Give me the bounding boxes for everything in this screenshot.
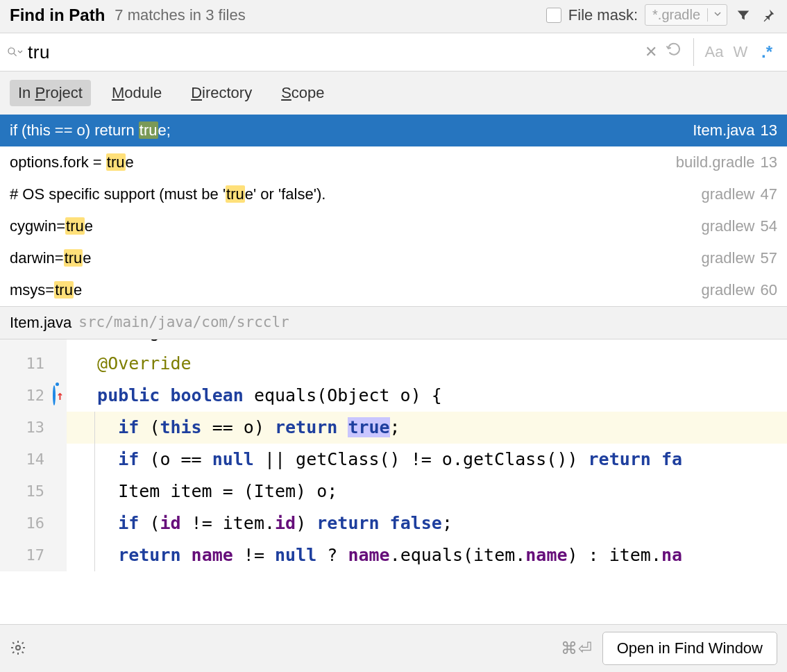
line-number: 12↑ [0, 380, 67, 412]
svg-point-0 [8, 48, 15, 54]
result-line: 47 [761, 185, 777, 203]
result-row[interactable]: # OS specific support (must be 'true' or… [0, 178, 787, 210]
line-number: 11 [0, 348, 67, 380]
scope-tabs: In ProjectModuleDirectoryScope [0, 72, 787, 115]
override-gutter-icon[interactable]: ↑ [53, 380, 64, 412]
code-content: @Override [67, 348, 192, 380]
code-line: 15 Item item = (Item) o; [0, 476, 787, 507]
code-content: String name; [67, 339, 223, 348]
result-line: 13 [761, 121, 777, 140]
search-bar: ✕ Aa W .* [0, 33, 787, 72]
code-line: 12↑ public boolean equals(Object o) { [0, 380, 787, 412]
scope-tab-scope[interactable]: Scope [273, 80, 332, 106]
line-number: 10 [0, 339, 67, 348]
filter-icon[interactable] [734, 6, 752, 24]
result-row[interactable]: darwin=truegradlew57 [0, 242, 787, 274]
file-mask-checkbox[interactable] [546, 8, 561, 23]
code-line: 10 String name; [0, 339, 787, 348]
line-number: 16 [0, 507, 67, 539]
result-file: gradlew [701, 281, 754, 299]
result-line: 60 [761, 281, 777, 299]
file-mask-label: File mask: [568, 6, 638, 24]
preview-file-name: Item.java [10, 314, 71, 332]
words-toggle[interactable]: W [727, 43, 754, 61]
result-file: Item.java [693, 121, 754, 140]
separator [693, 38, 694, 66]
dialog-header: Find in Path 7 matches in 3 files File m… [0, 0, 787, 33]
code-content: if (o == null || getClass() != o.getClas… [67, 444, 682, 476]
result-row[interactable]: msys=truegradlew60 [0, 274, 787, 306]
file-mask-value: *.gradle [652, 7, 700, 23]
code-line: 16 if (id != item.id) return false; [0, 507, 787, 539]
code-content: return name != null ? name.equals(item.n… [67, 539, 682, 571]
result-file: gradlew [701, 249, 754, 267]
file-mask-select[interactable]: *.gradle [645, 4, 727, 26]
code-content: public boolean equals(Object o) { [67, 380, 442, 412]
result-snippet: options.fork = true [10, 153, 676, 171]
search-input[interactable] [28, 42, 641, 63]
history-icon[interactable] [661, 42, 686, 62]
code-line: 13 if (this == o) return true; [0, 412, 787, 444]
result-line: 57 [761, 249, 777, 267]
search-icon[interactable] [7, 47, 28, 58]
gear-icon[interactable] [10, 639, 26, 658]
preview-file-path: src/main/java/com/srcclr [78, 314, 289, 332]
result-line: 54 [761, 217, 777, 235]
result-snippet: cygwin=true [10, 217, 701, 235]
scope-tab-project[interactable]: In Project [10, 80, 91, 106]
dialog-title: Find in Path [10, 6, 105, 25]
dialog-footer: ⌘⏎ Open in Find Window [0, 624, 787, 672]
results-list: if (this == o) return true;Item.java13op… [0, 115, 787, 306]
regex-toggle[interactable]: .* [754, 42, 780, 62]
scope-tab-directory[interactable]: Directory [183, 80, 260, 106]
line-number: 14 [0, 444, 67, 476]
result-snippet: darwin=true [10, 249, 701, 267]
clear-icon[interactable]: ✕ [641, 43, 661, 61]
svg-point-2 [16, 646, 20, 650]
result-line: 13 [761, 153, 777, 171]
code-line: 14 if (o == null || getClass() != o.getC… [0, 444, 787, 476]
result-row[interactable]: options.fork = truebuild.gradle13 [0, 146, 787, 178]
svg-line-1 [14, 53, 17, 56]
keyboard-hint: ⌘⏎ [561, 639, 593, 658]
code-line: 11 @Override [0, 348, 787, 380]
result-snippet: # OS specific support (must be 'true' or… [10, 185, 701, 203]
preview-header: Item.java src/main/java/com/srcclr [0, 306, 787, 339]
pin-icon[interactable] [759, 6, 777, 24]
result-file: gradlew [701, 217, 754, 235]
result-row[interactable]: cygwin=truegradlew54 [0, 210, 787, 242]
result-snippet: if (this == o) return true; [10, 121, 693, 140]
result-row[interactable]: if (this == o) return true;Item.java13 [0, 115, 787, 146]
line-number: 15 [0, 476, 67, 507]
match-case-toggle[interactable]: Aa [701, 43, 727, 61]
chevron-down-icon [707, 8, 722, 22]
line-number: 13 [0, 412, 67, 444]
scope-tab-module[interactable]: Module [103, 80, 170, 106]
result-snippet: msys=true [10, 281, 701, 299]
open-in-find-window-button[interactable]: Open in Find Window [602, 632, 777, 665]
code-preview[interactable]: 10 String name;11 @Override12↑ public bo… [0, 339, 787, 624]
code-line: 17 return name != null ? name.equals(ite… [0, 539, 787, 571]
match-summary: 7 matches in 3 files [115, 6, 245, 24]
line-number: 17 [0, 539, 67, 571]
code-content: Item item = (Item) o; [67, 476, 337, 507]
code-content: if (id != item.id) return false; [67, 507, 452, 539]
code-content: if (this == o) return true; [67, 412, 400, 444]
result-file: gradlew [701, 185, 754, 203]
result-file: build.gradle [676, 153, 755, 171]
